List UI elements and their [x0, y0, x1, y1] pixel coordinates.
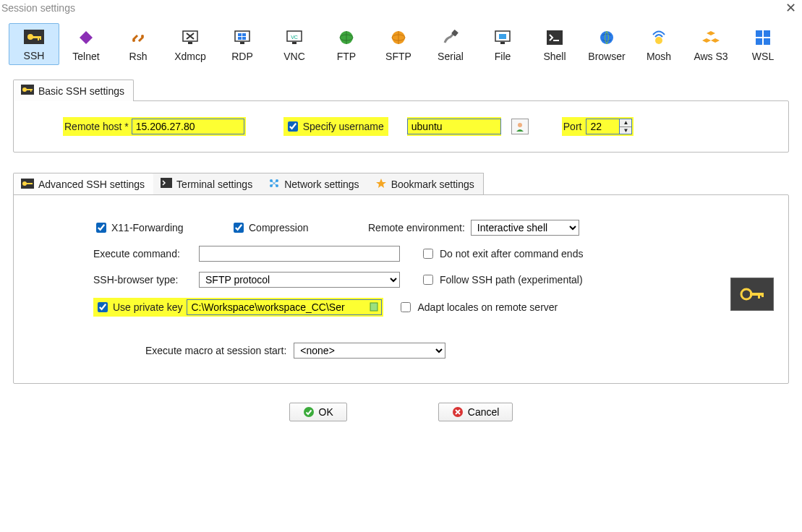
session-type-rdp[interactable]: RDP [217, 25, 268, 65]
svg-rect-35 [764, 30, 770, 37]
session-type-label: Aws S3 [694, 51, 728, 62]
specify-username-checkbox[interactable] [288, 121, 298, 132]
execute-macro-label: Execute macro at session start: [145, 345, 286, 356]
svg-rect-28 [553, 40, 559, 41]
use-private-key-checkbox[interactable] [98, 302, 108, 312]
terminal-small-icon [161, 178, 172, 190]
key-icon [23, 28, 45, 46]
session-type-ftp[interactable]: FTP [321, 25, 372, 65]
username-input[interactable] [407, 119, 501, 134]
svg-rect-27 [547, 30, 563, 45]
x11-forwarding-checkbox[interactable] [96, 223, 106, 233]
ssh-browser-type-label: SSH-browser type: [93, 274, 199, 286]
cancel-button[interactable]: Cancel [438, 403, 513, 421]
remote-env-select[interactable]: Interactive shell [471, 220, 579, 236]
follow-ssh-path-checkbox[interactable] [423, 275, 433, 285]
monitor-win-icon [231, 29, 253, 46]
svg-rect-56 [762, 293, 764, 297]
svg-rect-52 [370, 303, 377, 311]
svg-rect-54 [750, 293, 763, 296]
session-type-browser[interactable]: Browser [581, 25, 632, 65]
tab-label: Bookmark settings [391, 179, 474, 190]
svg-marker-32 [702, 38, 711, 43]
port-spin-up[interactable]: ▲ [620, 119, 631, 127]
session-type-file[interactable]: File [477, 25, 528, 65]
monitor-x-icon [179, 29, 201, 46]
svg-rect-26 [500, 42, 505, 44]
session-type-label: Telnet [72, 51, 99, 62]
terminal-icon [544, 29, 566, 46]
svg-point-57 [304, 407, 314, 417]
session-type-shell[interactable]: Shell [529, 25, 580, 65]
use-private-key-label: Use private key [110, 301, 187, 313]
cubes-icon [700, 29, 722, 46]
svg-rect-13 [238, 37, 242, 40]
session-type-ssh[interactable]: SSH [9, 23, 59, 65]
star-icon [375, 178, 387, 190]
tab-label: Network settings [284, 179, 359, 190]
compression-label: Compression [249, 222, 308, 233]
serial-plug-icon [440, 29, 461, 46]
session-type-toolbar: SSH Telnet Rsh Xdmcp RDP VC VNC FTP SFTP… [0, 20, 802, 74]
svg-point-7 [141, 35, 144, 38]
session-type-sftp[interactable]: SFTP [373, 25, 424, 65]
execute-command-input[interactable] [199, 246, 400, 262]
adapt-locales-label: Adapt locales on remote server [417, 301, 558, 313]
tab-advanced-ssh[interactable]: Advanced SSH settings [13, 173, 154, 195]
svg-point-42 [518, 123, 522, 127]
user-picker-button[interactable] [511, 119, 529, 134]
svg-rect-15 [240, 42, 244, 44]
session-type-telnet[interactable]: Telnet [61, 25, 111, 65]
session-type-awss3[interactable]: Aws S3 [686, 25, 736, 65]
svg-rect-12 [242, 33, 246, 36]
browse-key-button[interactable] [367, 301, 381, 314]
globe-blue-icon [596, 29, 618, 46]
session-type-label: FTP [337, 51, 356, 62]
execute-macro-select[interactable]: <none> [294, 343, 445, 359]
port-input[interactable] [586, 119, 619, 134]
port-label: Port [563, 121, 586, 132]
session-type-label: Shell [543, 51, 566, 62]
svg-rect-14 [242, 37, 246, 40]
svg-rect-3 [38, 36, 39, 40]
tab-bookmark-settings[interactable]: Bookmark settings [368, 173, 484, 195]
tab-network-settings[interactable]: Network settings [261, 173, 368, 195]
session-type-xdmcp[interactable]: Xdmcp [165, 25, 216, 65]
tab-basic-ssh[interactable]: Basic SSH settings [13, 80, 134, 101]
key-badge-icon [730, 278, 774, 311]
ssh-browser-type-select[interactable]: SFTP protocol [199, 272, 400, 288]
private-key-path-input[interactable] [187, 300, 367, 314]
svg-point-29 [600, 31, 613, 44]
port-spin-down[interactable]: ▼ [620, 127, 631, 134]
svg-point-6 [132, 39, 135, 42]
remote-env-label: Remote environment: [368, 222, 465, 233]
compression-checkbox[interactable] [234, 223, 244, 233]
advanced-ssh-panel: X11-Forwarding Compression Remote enviro… [13, 194, 789, 384]
session-type-wsl[interactable]: WSL [738, 25, 788, 65]
no-exit-checkbox[interactable] [423, 249, 433, 259]
session-type-vnc[interactable]: VC VNC [269, 25, 320, 65]
close-icon[interactable]: ✕ [785, 1, 796, 14]
globe-orange-icon [388, 29, 409, 46]
session-type-serial[interactable]: Serial [425, 25, 476, 65]
adapt-locales-checkbox[interactable] [401, 302, 411, 312]
svg-rect-45 [26, 183, 33, 184]
svg-marker-33 [711, 38, 720, 43]
tab-terminal-settings[interactable]: Terminal settings [153, 173, 262, 195]
session-type-label: SSH [24, 50, 45, 61]
session-type-label: RDP [231, 51, 253, 62]
svg-point-53 [741, 289, 751, 299]
svg-rect-18 [292, 42, 297, 44]
svg-rect-4 [40, 36, 41, 40]
session-type-mosh[interactable]: Mosh [634, 25, 684, 65]
monitor-folder-icon [492, 29, 513, 46]
remote-host-input[interactable] [132, 119, 244, 134]
tab-label: Basic SSH settings [38, 85, 124, 97]
key-black-icon [21, 85, 34, 97]
x11-forwarding-label: X11-Forwarding [111, 222, 184, 233]
specify-username-label: Specify username [300, 121, 387, 132]
svg-rect-25 [499, 34, 506, 39]
diamond-icon [75, 29, 97, 46]
session-type-rsh[interactable]: Rsh [113, 25, 163, 65]
ok-button[interactable]: OK [289, 403, 347, 421]
